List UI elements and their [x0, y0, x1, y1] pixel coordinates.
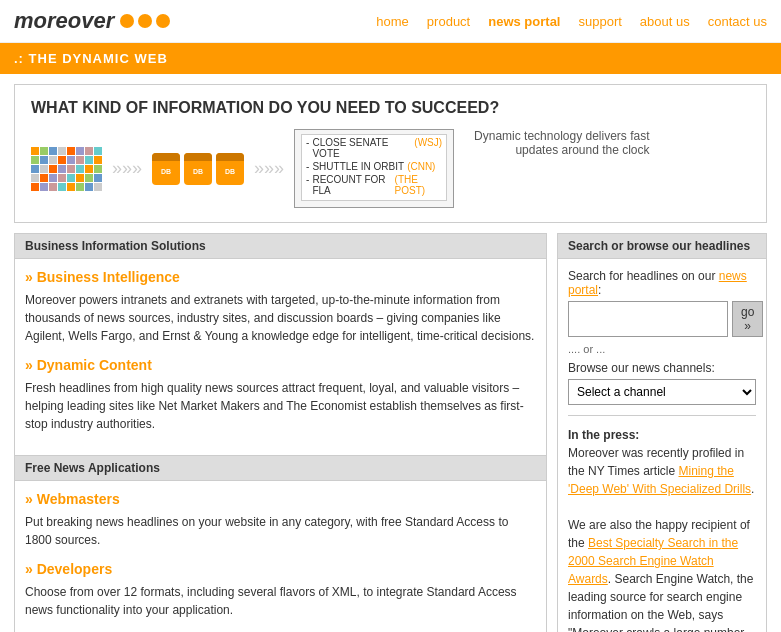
- grid-cell: [31, 156, 39, 164]
- developers-text: Choose from over 12 formats, including s…: [25, 583, 536, 619]
- grid-cell: [49, 147, 57, 155]
- arrow-icon-2: »»»: [254, 158, 284, 179]
- search-label: Search for headlines on our news portal:: [568, 269, 756, 297]
- search-row: go »: [568, 301, 756, 337]
- right-column: Search or browse our headlines Search fo…: [557, 233, 767, 632]
- grid-cell: [67, 165, 75, 173]
- nav-link-home[interactable]: home: [376, 14, 409, 29]
- grid-cell: [58, 165, 66, 173]
- grid-cell: [67, 156, 75, 164]
- grid-cell: [58, 156, 66, 164]
- webmasters-text: Put breaking news headlines on your webs…: [25, 513, 536, 549]
- grid-cell: [40, 156, 48, 164]
- grid-cell: [31, 165, 39, 173]
- banner-text: .: THE DYNAMIC WEB: [14, 51, 168, 66]
- hero-left: »»» DB DB DB »»» CLOSE SENATE VOTE (WSJ): [31, 129, 454, 208]
- grid-cell: [76, 147, 84, 155]
- grid-cell: [94, 174, 102, 182]
- grid-cell: [76, 183, 84, 191]
- search-button[interactable]: go »: [732, 301, 763, 337]
- grid-cell: [76, 165, 84, 173]
- main-content: WHAT KIND OF INFORMATION DO YOU NEED TO …: [0, 74, 781, 632]
- right-content: Search for headlines on our news portal:…: [558, 259, 766, 632]
- grid-cell: [67, 147, 75, 155]
- news-ticker: CLOSE SENATE VOTE (WSJ) SHUTTLE IN ORBIT…: [294, 129, 454, 208]
- grid-cell: [85, 147, 93, 155]
- nav-link-contact-us[interactable]: contact us: [708, 14, 767, 29]
- grid-cell: [94, 183, 102, 191]
- grid-cell: [40, 165, 48, 173]
- grid-cell: [58, 183, 66, 191]
- dynamic-title: Dynamic Content: [25, 357, 536, 373]
- db-cylinders: DB DB DB: [152, 153, 244, 185]
- logo-dot-1: [120, 14, 134, 28]
- grid-cell: [31, 147, 39, 155]
- developers-title: Developers: [25, 561, 536, 577]
- press-header: In the press:: [568, 428, 639, 442]
- left-column: Business Information Solutions Business …: [14, 233, 547, 632]
- logo-dot-2: [138, 14, 152, 28]
- logo-text: moreover: [14, 8, 114, 34]
- grid-cell: [49, 174, 57, 182]
- grid-cell: [85, 156, 93, 164]
- cylinder-3: DB: [216, 153, 244, 185]
- grid-cell: [85, 165, 93, 173]
- nav-link-about-us[interactable]: about us: [640, 14, 690, 29]
- section2-content: Webmasters Put breaking news headlines o…: [15, 481, 546, 632]
- hero-subtitle: Dynamic technology delivers fast: [474, 129, 649, 143]
- grid-cell: [58, 174, 66, 182]
- grid-cell: [94, 156, 102, 164]
- header: moreover homeproductnews portalsupportab…: [0, 0, 781, 43]
- grid-cell: [31, 174, 39, 182]
- grid-cell: [85, 174, 93, 182]
- grid-cell: [94, 147, 102, 155]
- logo-dot-3: [156, 14, 170, 28]
- or-text: .... or ...: [568, 343, 756, 355]
- grid-icon: [31, 147, 102, 191]
- ticker-item-2: SHUTTLE IN ORBIT (CNN): [306, 161, 442, 172]
- biz-intel-text: Moreover powers intranets and extranets …: [25, 291, 536, 345]
- grid-cell: [49, 183, 57, 191]
- grid-cell: [49, 165, 57, 173]
- main-nav: homeproductnews portalsupportabout uscon…: [376, 14, 767, 29]
- channel-select[interactable]: Select a channel Business Technology Spo…: [568, 379, 756, 405]
- nav-link-news-portal[interactable]: news portal: [488, 14, 560, 29]
- dynamic-text: Fresh headlines from high quality news s…: [25, 379, 536, 433]
- press-section: In the press: Moreover was recently prof…: [568, 426, 756, 632]
- grid-cell: [67, 174, 75, 182]
- section2-header: Free News Applications: [15, 456, 546, 481]
- ticker-item-1: CLOSE SENATE VOTE (WSJ): [306, 137, 442, 159]
- grid-cell: [31, 183, 39, 191]
- divider: [568, 415, 756, 416]
- nav-link-product[interactable]: product: [427, 14, 470, 29]
- grid-cell: [40, 147, 48, 155]
- biz-intel-title: Business Intelligence: [25, 269, 536, 285]
- browse-label: Browse our news channels:: [568, 361, 756, 375]
- section1-content: Business Intelligence Moreover powers in…: [15, 259, 546, 455]
- grid-cell: [76, 174, 84, 182]
- grid-cell: [67, 183, 75, 191]
- logo: moreover: [14, 8, 170, 34]
- section1-header: Business Information Solutions: [15, 234, 546, 259]
- grid-cell: [40, 183, 48, 191]
- hero-content: »»» DB DB DB »»» CLOSE SENATE VOTE (WSJ): [31, 129, 750, 208]
- search-label-pre: Search for headlines on our: [568, 269, 719, 283]
- grid-cell: [58, 147, 66, 155]
- arrow-icon-1: »»»: [112, 158, 142, 179]
- hero-subtitle2: updates around the clock: [515, 143, 649, 157]
- banner: .: THE DYNAMIC WEB: [0, 43, 781, 74]
- grid-cell: [76, 156, 84, 164]
- right-header: Search or browse our headlines: [558, 234, 766, 259]
- webmasters-title: Webmasters: [25, 491, 536, 507]
- nav-link-support[interactable]: support: [578, 14, 621, 29]
- grid-cell: [40, 174, 48, 182]
- cylinder-2: DB: [184, 153, 212, 185]
- search-input[interactable]: [568, 301, 728, 337]
- hero-right-text: Dynamic technology delivers fast updates…: [474, 129, 649, 157]
- logo-dots: [120, 14, 170, 28]
- two-columns: Business Information Solutions Business …: [14, 233, 767, 632]
- cylinder-1: DB: [152, 153, 180, 185]
- grid-cell: [94, 165, 102, 173]
- hero-section: WHAT KIND OF INFORMATION DO YOU NEED TO …: [14, 84, 767, 223]
- hero-title: WHAT KIND OF INFORMATION DO YOU NEED TO …: [31, 99, 750, 117]
